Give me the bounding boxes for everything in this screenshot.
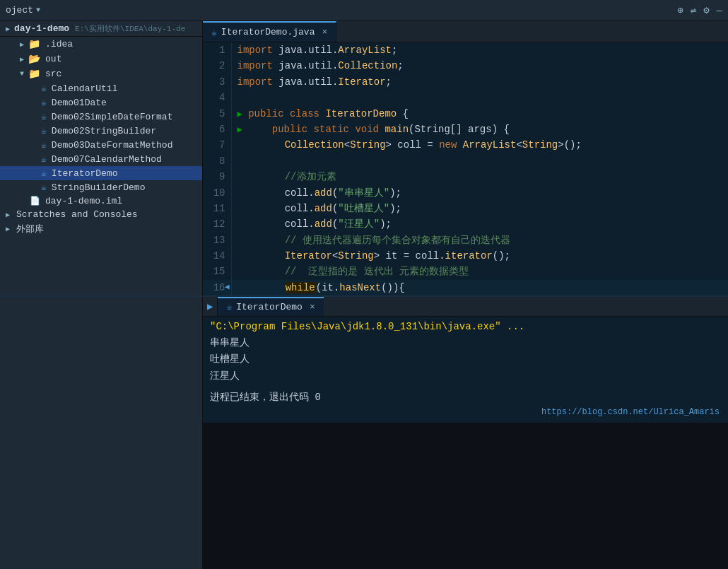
line-content-5[interactable]: ▶ public class IteratorDemo {	[231, 106, 728, 122]
console-content[interactable]: "C:\Program Files\Java\jdk1.8.0_131\bin\…	[203, 317, 728, 423]
line-content-10[interactable]: coll.add("串串星人");	[231, 185, 728, 201]
line-content-14[interactable]: Iterator<String> it = coll.iterator();	[231, 248, 728, 264]
console-java-icon: ☕	[226, 301, 232, 312]
line-num-15: 15	[203, 264, 231, 279]
code-line-8: 8	[203, 153, 728, 169]
console-tab-close[interactable]: ×	[310, 302, 315, 312]
line-num-12: 12	[203, 216, 231, 232]
sidebar-item-stringbuilder[interactable]: ☕ StringBuilderDemo	[0, 180, 202, 194]
minimize-icon[interactable]: —	[717, 5, 722, 16]
breakpoint-icon: ◀	[225, 281, 230, 294]
code-line-13: 13 // 使用迭代器遍历每个集合对象都有自己的迭代器	[203, 233, 728, 248]
folder-icon: 📁	[28, 38, 40, 50]
sidebar-item-demo03[interactable]: ☕ Demo03DateFormatMethod	[0, 138, 202, 152]
line-content-13[interactable]: // 使用迭代器遍历每个集合对象都有自己的迭代器	[231, 233, 728, 248]
sidebar-item-iteratordemo[interactable]: ☕ IteratorDemo	[0, 166, 202, 180]
line-content-16[interactable]: while(it.hasNext()){	[231, 280, 728, 295]
line-num-10: 10	[203, 185, 231, 201]
out-arrow	[20, 55, 24, 64]
line-num-13: 13	[203, 233, 231, 248]
demo02simple-arrow	[31, 113, 37, 121]
code-line-12: 12 coll.add("汪星人");	[203, 216, 728, 232]
externallib-label: 外部库	[16, 223, 44, 235]
folder-src-icon: 📁	[28, 68, 40, 80]
demo03-label: Demo03DateFormatMethod	[52, 140, 173, 151]
main-area: day-1-demo E:\实用软件\IDEA\day-1-de 📁 .idea…	[0, 21, 728, 295]
console-tab-iteratordemo[interactable]: ☕ IteratorDemo ×	[218, 297, 323, 316]
stringbuilder-arrow	[31, 184, 37, 192]
externallib-arrow	[6, 225, 10, 233]
java-icon-demo01: ☕	[41, 97, 47, 108]
toolbar-icons: ⊕ ⇌ ⚙ —	[677, 4, 722, 16]
code-line-3: 3 import java.util.Iterator;	[203, 74, 728, 90]
tab-label: IteratorDemo.java	[221, 27, 315, 37]
sidebar-project-root[interactable]: day-1-demo E:\实用软件\IDEA\day-1-de	[0, 21, 202, 37]
sidebar-item-demo01date[interactable]: ☕ Demo01Date	[0, 95, 202, 110]
code-line-6: 6 ▶ public static void main(String[] arg…	[203, 122, 728, 137]
line-content-1[interactable]: import java.util.ArrayList;	[231, 42, 728, 58]
console-link[interactable]: https://blog.csdn.net/Ulrica_Amaris	[541, 407, 720, 417]
sidebar-item-demo07[interactable]: ☕ Demo07CalendarMethod	[0, 152, 202, 166]
scratches-arrow	[6, 211, 10, 219]
calendarutil-label: CalendarUtil	[52, 83, 118, 94]
sidebar-item-demo02simple[interactable]: ☕ Demo02SimpleDateFormat	[0, 110, 202, 124]
calendarutil-arrow	[31, 85, 37, 93]
split-icon[interactable]: ⇌	[691, 4, 696, 16]
gear-icon[interactable]: ⚙	[703, 4, 709, 16]
console-cmd-text: "C:\Program Files\Java\jdk1.8.0_131\bin\…	[210, 321, 524, 332]
line-content-8[interactable]	[231, 153, 728, 169]
line-content-7[interactable]: Collection<String> coll = new ArrayList<…	[231, 137, 728, 153]
project-name: oject	[6, 5, 33, 16]
java-icon-demo03: ☕	[41, 139, 47, 151]
line-num-7: 7	[203, 137, 231, 153]
line-num-6: 6	[203, 122, 231, 137]
folder-out-icon: 📂	[28, 53, 40, 65]
output-line-3: 汪星人	[210, 368, 721, 385]
line-num-16: ◀ 16	[203, 280, 231, 295]
project-path: E:\实用软件\IDEA\day-1-de	[75, 23, 185, 34]
project-name-label: day-1-demo	[14, 23, 69, 34]
sidebar-item-scratches[interactable]: Scratches and Consoles	[0, 208, 202, 221]
project-label[interactable]: oject ▼	[6, 5, 40, 16]
src-arrow	[20, 70, 24, 78]
console-command: "C:\Program Files\Java\jdk1.8.0_131\bin\…	[210, 321, 721, 332]
iml-icon: 📄	[30, 196, 40, 206]
sidebar-item-out[interactable]: 📂 out	[0, 52, 202, 66]
code-editor[interactable]: 1 import java.util.ArrayList; 2 import j…	[203, 42, 728, 295]
line-content-2[interactable]: import java.util.Collection;	[231, 58, 728, 74]
line-content-11[interactable]: coll.add("吐槽星人");	[231, 201, 728, 216]
java-icon-stringbuilder: ☕	[41, 182, 47, 193]
globe-icon[interactable]: ⊕	[677, 4, 683, 16]
demo02string-label: Demo02StringBuilder	[52, 126, 156, 136]
editor-tab-iteratordemo[interactable]: ☕ IteratorDemo.java ×	[203, 21, 336, 42]
console-tab-label: IteratorDemo	[236, 302, 303, 312]
tab-close-btn[interactable]: ×	[322, 27, 327, 37]
sidebar-item-calendarutil[interactable]: ☕ CalendarUtil	[0, 81, 202, 95]
line-num-2: 2	[203, 58, 231, 74]
line-content-9[interactable]: //添加元素	[231, 169, 728, 184]
sidebar-item-demo02string[interactable]: ☕ Demo02StringBuilder	[0, 124, 202, 138]
line-num-1: 1	[203, 42, 231, 58]
code-line-1: 1 import java.util.ArrayList;	[203, 42, 728, 58]
line-num-5: 5	[203, 106, 231, 122]
project-dropdown-arrow[interactable]: ▼	[36, 6, 40, 14]
line-content-3[interactable]: import java.util.Iterator;	[231, 74, 728, 90]
run-icon[interactable]: ▶	[207, 300, 213, 312]
sidebar-item-iml[interactable]: 📄 day-1-demo.iml	[0, 194, 202, 208]
line-content-15[interactable]: // 泛型指的是 迭代出 元素的数据类型	[231, 264, 728, 279]
line-content-6[interactable]: ▶ public static void main(String[] args)…	[231, 122, 728, 137]
console-panel: ▶ ☕ IteratorDemo × "C:\Program Files\Jav…	[203, 295, 728, 423]
idea-arrow	[20, 40, 24, 49]
console-output: 串串星人 吐槽星人 汪星人	[210, 335, 721, 385]
output-line-2: 吐槽星人	[210, 351, 721, 368]
scratches-label: Scratches and Consoles	[16, 209, 138, 220]
demo01date-label: Demo01Date	[52, 98, 107, 108]
sidebar-item-src[interactable]: 📁 src	[0, 66, 202, 81]
sidebar-item-externallib[interactable]: 外部库	[0, 221, 202, 237]
sidebar-item-idea[interactable]: 📁 .idea	[0, 37, 202, 52]
java-icon-demo02string: ☕	[41, 125, 47, 136]
line-content-4[interactable]	[231, 90, 728, 105]
demo07-arrow	[31, 156, 37, 163]
line-content-12[interactable]: coll.add("汪星人");	[231, 216, 728, 232]
demo07-label: Demo07CalendarMethod	[52, 154, 162, 165]
